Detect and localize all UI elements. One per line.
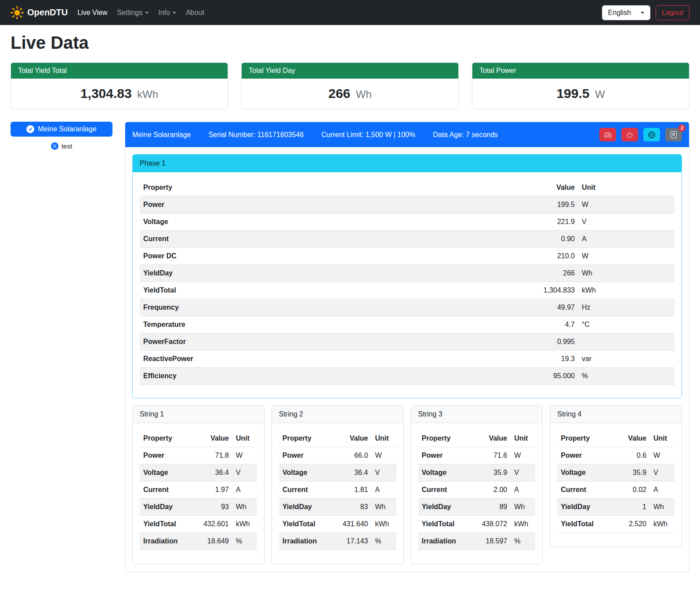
property-label: YieldTotal [279, 516, 339, 533]
property-unit: Hz [578, 299, 675, 316]
property-unit: % [232, 533, 257, 550]
check-circle-icon [26, 125, 34, 133]
property-label: Irradiation [418, 533, 478, 550]
property-label: Power [279, 447, 339, 464]
table-header-row: Property Value Unit [557, 430, 675, 447]
sun-icon [11, 6, 24, 19]
table-row: YieldDay93Wh [140, 499, 257, 516]
card-unit: kWh [137, 88, 158, 100]
header-value: Value [478, 430, 511, 447]
property-value: 1,304.833 [509, 282, 578, 299]
nav-live-view[interactable]: Live View [77, 9, 107, 17]
property-value: 49.97 [509, 299, 578, 316]
property-value: 95.000 [509, 368, 578, 385]
property-value: 71.6 [478, 447, 511, 464]
property-value: 2.00 [478, 481, 511, 499]
property-unit: Wh [232, 499, 257, 516]
phase-title: Phase 1 [133, 155, 682, 172]
table-row: YieldTotal431.640kWh [279, 516, 396, 533]
x-circle-icon[interactable] [51, 142, 58, 150]
property-unit: V [232, 464, 257, 481]
header-unit: Unit [650, 430, 675, 447]
limit-settings-button[interactable] [599, 128, 616, 141]
inverter-select-button[interactable]: Meine Solaranlage [11, 122, 112, 137]
table-row: YieldTotal1,304.833kWh [140, 282, 675, 299]
brand[interactable]: OpenDTU [11, 6, 68, 19]
property-value: 18.597 [478, 533, 511, 550]
property-label: Power DC [140, 248, 509, 265]
cpu-icon [648, 131, 655, 138]
property-label: Current [418, 481, 478, 499]
speedometer-icon [604, 131, 611, 138]
property-label: Current [279, 481, 339, 499]
navbar: OpenDTU Live View Settings Info About En… [0, 0, 700, 25]
property-unit: Wh [578, 265, 675, 282]
string-table: Property Value Unit Power71.6W Voltage35… [418, 430, 536, 550]
nav-info[interactable]: Info [158, 9, 176, 17]
strings-grid: String 1 Property Value Unit [132, 405, 682, 564]
property-value: 1 [617, 499, 650, 516]
property-unit: kWh [511, 516, 535, 533]
property-unit: A [511, 481, 535, 499]
table-row: Current2.00A [418, 481, 536, 499]
table-row: Irradiation18.597% [418, 533, 536, 550]
property-label: Voltage [418, 464, 478, 481]
header-value: Value [617, 430, 650, 447]
property-label: YieldTotal [140, 282, 509, 299]
property-unit: V [578, 213, 675, 231]
property-value: 0.995 [509, 333, 578, 351]
property-unit: W [650, 447, 675, 464]
summary-card-total-yield-day: Total Yield Day 266 Wh [241, 62, 459, 109]
property-value: 4.7 [509, 316, 578, 333]
inverter-data-age: Data Age: 7 seconds [433, 131, 498, 139]
power-icon [626, 131, 633, 138]
property-label: Power [557, 447, 617, 464]
chevron-down-icon [173, 12, 176, 14]
nav-settings-label: Settings [117, 9, 142, 17]
test-label: test [62, 142, 72, 150]
property-unit: W [511, 447, 535, 464]
table-row: Irradiation18.649% [140, 533, 257, 550]
property-unit: W [578, 248, 675, 265]
property-value: 210.0 [509, 248, 578, 265]
event-log-button[interactable]: 2 [665, 128, 682, 141]
table-row: Current1.97A [140, 481, 257, 499]
language-select[interactable]: English [602, 5, 650, 20]
nav-about[interactable]: About [186, 9, 204, 17]
property-value: 221.9 [509, 213, 578, 231]
string-table: Property Value Unit Power0.6W Voltage35.… [557, 430, 675, 533]
table-row: YieldDay83Wh [279, 499, 396, 516]
nav-settings[interactable]: Settings [117, 9, 149, 17]
property-value: 19.3 [509, 351, 578, 368]
page-title: Live Data [11, 33, 689, 53]
inverter-select-label: Meine Solaranlage [38, 125, 96, 133]
journal-icon [670, 131, 677, 138]
power-button[interactable] [621, 128, 638, 141]
property-value: 0.90 [509, 231, 578, 248]
table-row: Current1.81A [279, 481, 396, 499]
logout-button[interactable]: Logout [656, 5, 689, 20]
property-label: Voltage [140, 464, 199, 481]
table-row: Power0.6W [557, 447, 675, 464]
property-unit [578, 333, 675, 351]
property-unit: kWh [650, 516, 675, 533]
string-title: String 4 [550, 406, 682, 423]
property-label: ReactivePower [140, 351, 509, 368]
navbar-right: English Logout [602, 5, 689, 20]
header-property: Property [418, 430, 478, 447]
table-row: Voltage35.9V [557, 464, 675, 481]
table-row: Efficiency95.000% [140, 368, 675, 385]
inverter-card: Meine Solaranlage Serial Number: 1161716… [125, 122, 689, 572]
device-info-button[interactable] [643, 128, 660, 141]
property-label: Voltage [557, 464, 617, 481]
property-value: 438.072 [478, 516, 511, 533]
test-item[interactable]: test [11, 142, 112, 150]
property-label: Irradiation [140, 533, 199, 550]
property-unit: kWh [232, 516, 257, 533]
language-value: English [608, 9, 631, 17]
string-card-2: String 2 Property Value Unit [272, 405, 404, 564]
property-label: YieldDay [557, 499, 617, 516]
inverter-serial: Serial Number: 116171603546 [208, 131, 304, 139]
table-row: Power71.6W [418, 447, 536, 464]
event-count-badge: 2 [678, 124, 685, 132]
